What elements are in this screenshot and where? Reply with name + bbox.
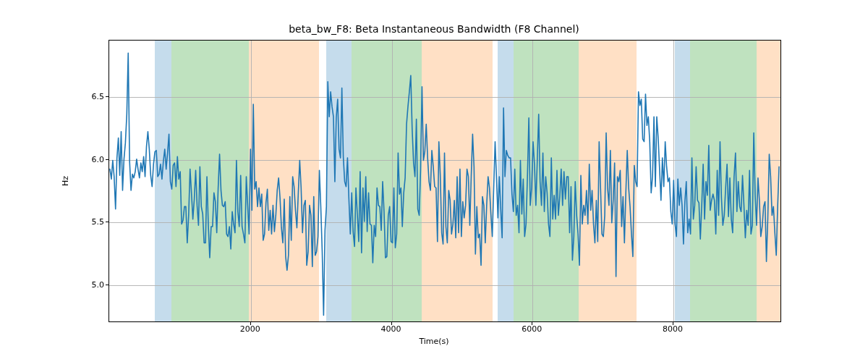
y-tick-mark (106, 285, 109, 285)
x-tick-label: 4000 (381, 324, 401, 334)
y-tick-label: 5.0 (92, 280, 105, 290)
data-line (109, 41, 780, 321)
y-tick-label: 6.0 (92, 154, 105, 164)
x-tick-label: 8000 (663, 324, 683, 334)
x-tick-mark (673, 322, 673, 325)
y-tick-label: 5.5 (92, 217, 105, 227)
chart-title: beta_bw_F8: Beta Instantaneous Bandwidth… (0, 23, 868, 35)
x-tick-label: 2000 (240, 324, 260, 334)
x-tick-label: 6000 (522, 324, 542, 334)
chart-figure: beta_bw_F8: Beta Instantaneous Bandwidth… (0, 0, 868, 362)
y-tick-mark (106, 159, 109, 160)
x-tick-mark (532, 322, 532, 325)
y-tick-mark (106, 96, 109, 97)
x-tick-mark (391, 322, 392, 325)
x-tick-mark (250, 322, 251, 325)
x-axis-label: Time(s) (0, 337, 868, 346)
y-tick-label: 6.5 (92, 92, 105, 101)
y-axis-label: Hz (61, 176, 70, 186)
y-tick-mark (106, 222, 109, 222)
plot-area (109, 40, 781, 322)
